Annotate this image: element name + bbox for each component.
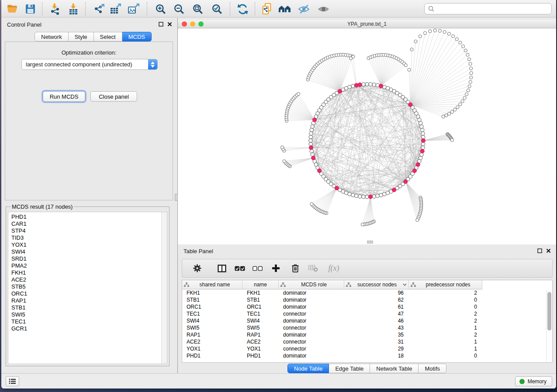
zoom-selected-icon[interactable] — [211, 3, 224, 15]
cell-predecessor-nodes[interactable]: 1 — [409, 345, 482, 352]
network-node[interactable] — [309, 139, 312, 142]
network-leaf-node[interactable] — [467, 89, 470, 92]
run-mcds-button[interactable]: Run MCDS — [43, 91, 85, 102]
table-row[interactable]: RAP1RAP1dominator352 — [182, 331, 552, 338]
network-node[interactable] — [351, 84, 355, 88]
network-node[interactable] — [310, 149, 313, 153]
network-node[interactable] — [309, 135, 312, 139]
mcds-node[interactable] — [335, 186, 339, 190]
tab-node-table[interactable]: Node Table — [287, 364, 329, 373]
cell-successor-nodes[interactable]: 31 — [344, 338, 409, 345]
mcds-node[interactable] — [313, 118, 317, 122]
network-leaf-node[interactable] — [470, 72, 473, 75]
network-leaf-node[interactable] — [456, 106, 459, 109]
table-row[interactable]: ACE2ACE2connector311 — [182, 338, 552, 345]
cell-successor-nodes[interactable]: 35 — [344, 331, 409, 338]
import-network-icon[interactable] — [48, 3, 62, 15]
mcds-node[interactable] — [311, 156, 315, 160]
cell-successor-nodes[interactable]: 46 — [344, 317, 409, 324]
cell-name[interactable]: PHD1 — [242, 352, 279, 359]
network-leaf-node[interactable] — [416, 218, 419, 221]
mcds-result-item[interactable]: PMA2 — [11, 262, 167, 269]
network-leaf-node[interactable] — [447, 32, 450, 35]
network-leaf-node[interactable] — [452, 34, 455, 38]
cell-predecessor-nodes[interactable]: 2 — [409, 331, 482, 338]
table-row[interactable]: SWI4SWI4dominator462 — [182, 317, 552, 324]
network-leaf-node[interactable] — [414, 40, 417, 43]
cell-shared-name[interactable]: TEC1 — [182, 310, 242, 317]
cell-shared-name[interactable]: ORC1 — [182, 303, 242, 310]
cell-mcds-role[interactable]: dominator — [279, 352, 344, 359]
table-row[interactable]: TEC1TEC1connector472 — [182, 310, 552, 317]
network-leaf-node[interactable] — [443, 31, 446, 34]
network-leaf-node[interactable] — [408, 68, 411, 71]
column-header-mcds-role[interactable]: MCDS role — [279, 280, 344, 289]
network-node[interactable] — [365, 195, 369, 199]
network-leaf-node[interactable] — [448, 112, 451, 115]
mcds-node[interactable] — [416, 162, 420, 166]
mcds-result-item[interactable]: ACE2 — [11, 276, 167, 283]
column-header-successor-nodes[interactable]: successor nodes — [344, 280, 409, 289]
panel-divider-handle[interactable] — [175, 194, 178, 201]
network-node[interactable] — [309, 132, 313, 135]
cell-shared-name[interactable]: FKH1 — [182, 289, 242, 296]
network-node[interactable] — [369, 83, 372, 86]
cell-predecessor-nodes[interactable]: 0 — [409, 352, 482, 359]
criterion-select[interactable]: largest connected component (undirected) — [21, 59, 158, 70]
network-leaf-node[interactable] — [455, 38, 458, 41]
mcds-result-item[interactable]: SWI5 — [11, 311, 167, 318]
mcds-result-item[interactable]: CAR1 — [11, 220, 167, 227]
tab-mcds[interactable]: MCDS — [122, 32, 152, 41]
cell-mcds-role[interactable]: connector — [279, 310, 344, 317]
show-all-icon[interactable] — [317, 3, 330, 15]
network-node[interactable] — [419, 121, 422, 125]
table-scrollbar-thumb[interactable] — [547, 292, 551, 330]
network-node[interactable] — [348, 85, 351, 89]
network-node[interactable] — [362, 83, 365, 86]
network-node[interactable] — [362, 195, 365, 199]
search-box[interactable] — [424, 3, 552, 14]
mcds-node[interactable] — [404, 179, 408, 183]
mcds-result-item[interactable]: STB5 — [11, 283, 167, 290]
close-panel-button[interactable]: Close panel — [90, 91, 137, 102]
deselect-all-checkboxes-icon[interactable] — [253, 263, 263, 274]
canvas-scroll-thumb[interactable] — [367, 241, 373, 244]
network-leaf-node[interactable] — [429, 30, 432, 33]
cell-shared-name[interactable]: SWI5 — [182, 324, 242, 331]
network-leaf-node[interactable] — [461, 100, 464, 103]
network-leaf-node[interactable] — [352, 55, 355, 58]
cell-successor-nodes[interactable]: 43 — [344, 324, 409, 331]
cell-mcds-role[interactable]: connector — [279, 345, 344, 352]
first-neighbors-icon[interactable] — [278, 3, 291, 15]
cell-predecessor-nodes[interactable]: 0 — [409, 303, 482, 310]
float-panel-icon[interactable] — [537, 248, 542, 253]
cell-name[interactable]: YOX1 — [242, 345, 279, 352]
network-node[interactable] — [311, 125, 314, 128]
cell-mcds-role[interactable]: dominator — [279, 331, 344, 338]
cell-name[interactable]: RAP1 — [242, 331, 279, 338]
network-node[interactable] — [351, 193, 355, 197]
cell-successor-nodes[interactable]: 96 — [344, 289, 409, 296]
select-all-checkboxes-icon[interactable] — [235, 263, 245, 274]
network-node[interactable] — [344, 191, 348, 195]
mcds-node[interactable] — [420, 149, 424, 153]
mcds-node[interactable] — [408, 103, 412, 107]
network-leaf-node[interactable] — [450, 110, 453, 113]
network-node[interactable] — [422, 135, 425, 139]
network-leaf-node[interactable] — [467, 58, 471, 61]
cell-successor-nodes[interactable]: 61 — [344, 303, 409, 310]
network-node[interactable] — [379, 193, 383, 197]
mcds-result-item[interactable]: STB1 — [11, 304, 167, 311]
network-leaf-node[interactable] — [453, 108, 457, 111]
mcds-node[interactable] — [421, 138, 425, 142]
add-column-icon[interactable] — [270, 263, 281, 274]
column-header-predecessor-nodes[interactable]: predecessor nodes — [409, 280, 482, 289]
cell-predecessor-nodes[interactable]: 2 — [409, 317, 482, 324]
mcds-result-item[interactable]: FKH1 — [11, 269, 167, 276]
cell-name[interactable]: SWI5 — [242, 324, 279, 331]
network-leaf-node[interactable] — [459, 103, 462, 106]
cell-mcds-role[interactable]: dominator — [279, 289, 344, 296]
table-row[interactable]: PHD1PHD1dominator180 — [182, 352, 552, 359]
open-file-icon[interactable] — [6, 3, 19, 15]
cell-mcds-role[interactable]: connector — [279, 324, 344, 331]
